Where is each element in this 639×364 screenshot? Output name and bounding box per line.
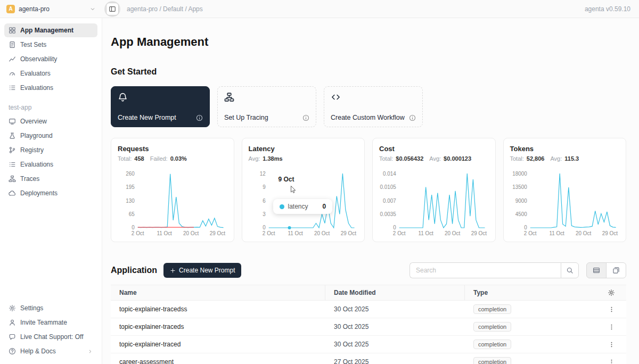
stat-title: Requests	[118, 145, 227, 153]
sidebar-item-playground[interactable]: Playground	[4, 129, 97, 143]
sidebar-item-label: Traces	[20, 175, 39, 183]
tooltip-series-label: latency	[288, 203, 308, 210]
axis-tick-label: 29 Oct	[602, 230, 617, 236]
workspace-avatar: A	[6, 5, 15, 13]
sidebar-item-label: App Management	[20, 27, 73, 34]
sidebar-item-deployments[interactable]: Deployments	[4, 186, 97, 200]
sidebar-toggle-button[interactable]	[106, 3, 119, 15]
table-view-button[interactable]	[586, 262, 607, 278]
row-menu-button[interactable]	[605, 303, 618, 316]
stat-value: 1.38ms	[263, 155, 282, 162]
table-row[interactable]: topic-explainer-traceds30 Oct 2025comple…	[111, 318, 626, 336]
view-toggle	[586, 262, 626, 278]
type-cell: completion	[465, 357, 596, 364]
date-modified: 30 Oct 2025	[325, 323, 465, 330]
row-menu-button[interactable]	[605, 320, 618, 333]
stat-label: Failed:	[150, 155, 168, 162]
axis-tick-label: 0	[132, 225, 135, 230]
sidebar-item-label: Evaluations	[20, 161, 53, 168]
application-header: Application Create New Prompt	[111, 262, 626, 278]
sidebar-item-help-docs[interactable]: Help & Docs	[4, 344, 97, 358]
stats-row: RequestsTotal:458Failed:0.03%06513019526…	[111, 138, 626, 242]
sidebar-item-invite-teammate[interactable]: Invite Teammate	[4, 316, 97, 329]
stat-summary: Total:52,806Avg:115.3	[510, 155, 620, 162]
sidebar-item-label: Deployments	[20, 189, 58, 197]
sidebar-item-observability[interactable]: Observability	[4, 52, 97, 66]
panel-left-icon	[109, 5, 116, 13]
axis-tick-label: 3	[263, 211, 266, 217]
info-icon[interactable]	[302, 114, 309, 121]
sidebar-item-label: Settings	[20, 304, 43, 312]
sidebar-item-evaluations[interactable]: Evaluations	[4, 81, 97, 95]
tokens-line	[530, 173, 616, 228]
create-custom-workflow-card[interactable]: Create Custom Workflow	[324, 86, 423, 127]
dots-icon	[608, 306, 615, 313]
cost-chart[interactable]: 00.00350.0070.01050.0142 Oct11 Oct20 Oct…	[379, 167, 489, 237]
hover-point-dot	[288, 226, 291, 229]
workspace-selector[interactable]: A agenta-pro	[0, 5, 102, 13]
chevron-down-icon	[89, 6, 96, 12]
column-settings-cell	[596, 285, 626, 300]
stat-value: $0.056432	[396, 155, 423, 162]
axis-tick-label: 13500	[512, 184, 527, 190]
create-new-prompt-card[interactable]: Create New Prompt	[111, 86, 210, 127]
axis-tick-label: 0.014	[383, 171, 396, 177]
grid-icon	[9, 27, 16, 34]
breadcrumb[interactable]: agenta-pro / Default / Apps	[127, 5, 203, 13]
apps-table: NameDate ModifiedTypetopic-explainer-tra…	[111, 285, 626, 364]
sidebar-item-settings[interactable]: Settings	[4, 301, 97, 315]
sidebar-item-label: Overview	[20, 118, 47, 125]
axis-tick-label: 0	[263, 225, 266, 230]
card-label: Create Custom Workflow	[331, 114, 405, 121]
type-cell: completion	[465, 340, 596, 349]
axis-tick-label: 2 Oct	[262, 230, 275, 236]
row-actions	[596, 338, 626, 351]
tokens-chart[interactable]: 04500900013500180002 Oct11 Oct20 Oct29 O…	[510, 167, 620, 237]
axis-tick-label: 6	[263, 198, 266, 204]
type-badge: completion	[473, 357, 511, 364]
list-icon	[9, 84, 16, 92]
axis-tick-label: 29 Oct	[210, 230, 225, 236]
axis-tick-label: 130	[126, 198, 135, 204]
card-view-button[interactable]	[606, 262, 626, 278]
info-icon[interactable]	[409, 114, 416, 121]
axis-tick-label: 2 Oct	[393, 230, 406, 236]
workspace-name: agenta-pro	[19, 5, 50, 13]
type-badge: completion	[473, 304, 511, 314]
sidebar-item-overview[interactable]: Overview	[4, 114, 97, 128]
sidebar-item-registry[interactable]: Registry	[4, 143, 97, 157]
sidebar-item-traces[interactable]: Traces	[4, 172, 97, 186]
sidebar-item-live-chat-support-off[interactable]: Live Chat Support: Off	[4, 330, 97, 344]
table-row[interactable]: career-assessment27 Oct 2025completion	[111, 353, 626, 364]
sidebar-item-test-sets[interactable]: Test Sets	[4, 38, 97, 52]
table-row[interactable]: topic-explainer-tracedss30 Oct 2025compl…	[111, 301, 626, 318]
gear-icon[interactable]	[608, 289, 615, 296]
sidebar-item-evaluations[interactable]: Evaluations	[4, 158, 97, 171]
requests-chart[interactable]: 0651301952602 Oct11 Oct20 Oct29 Oct	[118, 167, 227, 237]
stat-value: $0.000123	[444, 155, 471, 162]
info-icon[interactable]	[196, 114, 203, 121]
stat-summary: Avg:1.38ms	[249, 155, 358, 162]
search-input[interactable]	[409, 262, 561, 278]
create-new-prompt-button[interactable]: Create New Prompt	[163, 263, 241, 278]
list-icon	[9, 161, 16, 168]
axis-tick-label: 0.0105	[380, 184, 396, 190]
table-header: NameDate ModifiedType	[111, 285, 626, 301]
dots-icon	[608, 341, 615, 348]
app-name: career-assessment	[111, 358, 325, 364]
axis-tick-label: 260	[126, 171, 135, 177]
sidebar-item-evaluators[interactable]: Evaluators	[4, 67, 97, 80]
sidebar-footer-nav: SettingsInvite TeammateLive Chat Support…	[4, 301, 97, 359]
search-button[interactable]	[561, 262, 579, 278]
sidebar-app-nav: OverviewPlaygroundRegistryEvaluationsTra…	[4, 114, 97, 201]
latency-stat-card: LatencyAvg:1.38ms0369122 Oct11 Oct20 Oct…	[242, 138, 365, 242]
table-row[interactable]: topic-explainer-traced30 Oct 2025complet…	[111, 336, 626, 353]
sidebar-toggle-highlight	[104, 1, 120, 17]
row-menu-button[interactable]	[605, 338, 618, 351]
sidebar-item-app-management[interactable]: App Management	[4, 23, 97, 37]
axis-tick-label: 9000	[515, 198, 527, 204]
set-up-tracing-card[interactable]: Set Up Tracing	[217, 86, 316, 127]
card-label: Set Up Tracing	[224, 114, 268, 121]
cost-chart-area: 00.00350.0070.01050.0142 Oct11 Oct20 Oct…	[379, 167, 489, 237]
row-menu-button[interactable]	[605, 355, 618, 364]
